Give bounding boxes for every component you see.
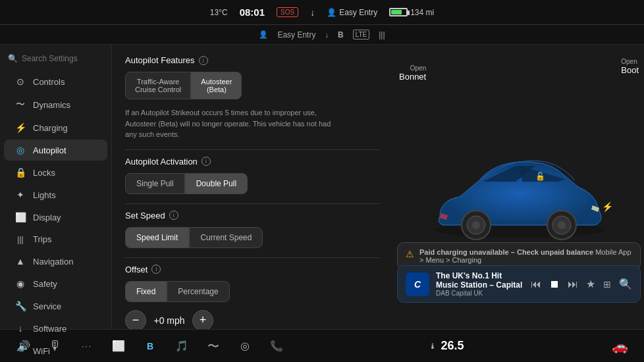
prev-btn[interactable]: ⏮ xyxy=(531,278,541,290)
bluetooth-icon[interactable]: B xyxy=(140,336,161,357)
autopilot-features-toggle: Traffic-AwareCruise Control Autosteer(Be… xyxy=(125,72,381,99)
search-input[interactable] xyxy=(22,54,103,63)
service-label: Service xyxy=(33,301,61,311)
phone-icon[interactable]: 📞 xyxy=(266,336,287,357)
safety-icon: ◉ xyxy=(14,278,26,289)
eq-btn[interactable]: ⊞ xyxy=(603,279,611,290)
easy-entry-label[interactable]: 👤 Easy Entry xyxy=(327,8,377,17)
cabin-temp[interactable]: 26.5 xyxy=(441,339,464,353)
sub-bt-icon: B xyxy=(338,30,344,39)
camera-icon[interactable]: ◎ xyxy=(234,336,255,357)
sidebar-item-lights[interactable]: ✦ Lights xyxy=(4,184,107,205)
sidebar-item-service[interactable]: 🔧 Service xyxy=(4,296,107,317)
notification-title: Paid charging unavailable – Check unpaid… xyxy=(419,248,593,256)
sidebar-item-navigation[interactable]: ▲ Navigation xyxy=(4,251,107,272)
single-pull-btn[interactable]: Single Pull xyxy=(125,173,185,194)
navigation-icon: ▲ xyxy=(14,256,26,267)
star-btn[interactable]: ★ xyxy=(586,278,595,290)
mic-icon[interactable]: 🎙 xyxy=(45,336,66,357)
sidebar-item-locks[interactable]: 🔒 Locks xyxy=(4,162,107,183)
sos-badge[interactable]: SOS xyxy=(277,7,298,17)
dynamics-icon: 〜 xyxy=(14,99,26,111)
service-icon: 🔧 xyxy=(14,301,26,311)
sidebar-item-autopilot[interactable]: ◎ Autopilot xyxy=(4,140,107,161)
offset-toggle: Fixed Percentage xyxy=(125,281,381,302)
svg-text:🔓: 🔓 xyxy=(535,171,545,181)
display-icon: ⬜ xyxy=(14,212,26,222)
sub-status-bar: 👤 Easy Entry ↓ B LTE ||| xyxy=(0,25,644,45)
bottom-right-icons: 🚗 xyxy=(610,336,631,357)
car-home-icon[interactable]: 🚗 xyxy=(610,336,631,357)
autopilot-activation-section: Autopilot Activation i Single Pull Doubl… xyxy=(125,157,381,194)
download-icon: ↓ xyxy=(310,7,315,18)
set-speed-title: Set Speed i xyxy=(125,211,381,220)
stepper-minus-btn[interactable]: − xyxy=(125,310,146,330)
signal-bars: ||| xyxy=(379,30,385,39)
traffic-aware-btn[interactable]: Traffic-AwareCruise Control xyxy=(125,72,191,99)
sidebar-item-safety[interactable]: ◉ Safety xyxy=(4,273,107,294)
autopilot-label: Autopilot xyxy=(33,145,67,155)
double-pull-btn[interactable]: Double Pull xyxy=(185,173,248,194)
sub-lte-icon: LTE xyxy=(353,30,370,39)
music-station: DAB Capital UK xyxy=(436,290,524,297)
stepper-value: +0 mph xyxy=(153,315,186,326)
autosteer-btn[interactable]: Autosteer(Beta) xyxy=(191,72,242,99)
set-speed-info-icon[interactable]: i xyxy=(169,211,178,220)
fixed-btn[interactable]: Fixed xyxy=(125,281,167,302)
trips-label: Trips xyxy=(33,234,51,244)
controls-label: Controls xyxy=(33,77,65,87)
speed-limit-btn[interactable]: Speed Limit xyxy=(125,227,189,248)
car-area: ⚡ 🔓 Open Bonnet Open Boot ⚠ Paid chargin… xyxy=(394,45,644,329)
autopilot-activation-info-icon[interactable]: i xyxy=(201,157,211,166)
battery-indicator: 134 mi xyxy=(389,8,434,17)
percentage-btn[interactable]: Percentage xyxy=(167,281,229,302)
battery-range: 134 mi xyxy=(410,8,434,17)
locks-label: Locks xyxy=(33,168,55,178)
autopilot-features-section: Autopilot Features i Traffic-AwareCruise… xyxy=(125,55,381,140)
search-btn[interactable]: 🔍 xyxy=(619,278,632,290)
music-title: The UK's No.1 Hit Music Station – Capita… xyxy=(436,271,524,290)
status-bar: 13°C 08:01 SOS ↓ 👤 Easy Entry 134 mi xyxy=(0,0,644,25)
safety-label: Safety xyxy=(33,279,57,289)
autopilot-warning-text: If an Autopilot Strikeout occurs 5 times… xyxy=(125,107,336,140)
offset-info-icon[interactable]: i xyxy=(151,265,161,274)
set-speed-section: Set Speed i Speed Limit Current Speed xyxy=(125,211,381,248)
sub-download-icon: ↓ xyxy=(325,31,329,39)
content-area: Autopilot Features i Traffic-AwareCruise… xyxy=(112,45,394,329)
spotify-icon[interactable]: 🎵 xyxy=(171,336,192,357)
software-label: Software xyxy=(33,324,67,334)
open-boot-label[interactable]: Open Boot xyxy=(621,58,639,75)
notification-text: Paid charging unavailable – Check unpaid… xyxy=(419,248,632,264)
sidebar-item-controls[interactable]: ⊙ Controls xyxy=(4,71,107,92)
stepper-plus-btn[interactable]: + xyxy=(192,310,213,330)
current-speed-btn[interactable]: Current Speed xyxy=(189,227,263,248)
car-svg: ⚡ 🔓 xyxy=(420,121,618,253)
bottom-left-icons: 🔊 🎙 ··· ⬜ B 🎵 〜 ◎ 📞 xyxy=(13,336,287,357)
dots-menu-icon[interactable]: ··· xyxy=(76,336,97,357)
sidebar-item-display[interactable]: ⬜ Display xyxy=(4,207,107,228)
music-player: C The UK's No.1 Hit Music Station – Capi… xyxy=(397,265,641,303)
volume-icon[interactable]: 🔊 xyxy=(13,336,34,357)
capital-logo: C xyxy=(406,272,429,296)
sidebar-item-charging[interactable]: ⚡ Charging xyxy=(4,117,107,138)
open-bonnet-label[interactable]: Open Bonnet xyxy=(399,65,426,82)
wifi-bottom-icon[interactable]: 〜 xyxy=(203,336,224,357)
display-label: Display xyxy=(33,213,61,222)
offset-title: Offset i xyxy=(125,265,381,274)
autopilot-features-info-icon[interactable]: i xyxy=(199,56,208,65)
lights-label: Lights xyxy=(33,190,56,200)
charging-icon: ⚡ xyxy=(14,122,26,133)
next-btn[interactable]: ⏭ xyxy=(568,278,578,290)
temperature-display: 🌡 26.5 xyxy=(429,339,468,353)
speed-toggle: Speed Limit Current Speed xyxy=(125,227,381,248)
sidebar-item-dynamics[interactable]: 〜 Dynamics xyxy=(4,93,107,116)
lights-icon: ✦ xyxy=(14,190,26,200)
navigation-label: Navigation xyxy=(33,257,73,267)
locks-icon: 🔒 xyxy=(14,167,26,178)
sidebar-item-trips[interactable]: ||| Trips xyxy=(4,229,107,249)
temperature: 13°C xyxy=(210,8,228,17)
sub-easy-entry[interactable]: Easy Entry xyxy=(277,30,315,39)
play-btn[interactable]: ⏹ xyxy=(549,278,560,290)
search-bar[interactable]: 🔍 xyxy=(0,50,111,67)
map-icon[interactable]: ⬜ xyxy=(108,336,129,357)
